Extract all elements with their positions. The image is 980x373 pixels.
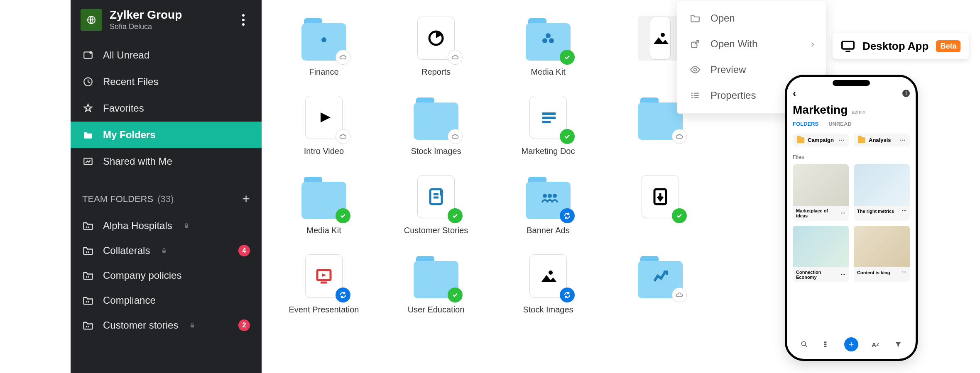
svg-point-23 xyxy=(661,33,665,37)
folder-icon xyxy=(82,129,94,141)
svg-point-13 xyxy=(86,301,88,303)
mobile-file-card[interactable]: The right metrics⋯ xyxy=(854,164,910,221)
folder-item[interactable]: User Education xyxy=(390,254,482,314)
cloud-icon xyxy=(336,129,350,144)
mobile-view-button[interactable] xyxy=(821,339,833,350)
mobile-admin-label: admin xyxy=(852,109,865,115)
mobile-tab[interactable]: FOLDERS xyxy=(793,121,818,127)
context-menu-label: Preview xyxy=(710,64,746,76)
folder-icon xyxy=(689,12,701,24)
svg-point-37 xyxy=(691,95,693,96)
more-icon[interactable]: ⋯ xyxy=(902,208,906,214)
svg-rect-42 xyxy=(824,344,826,345)
thumbnail xyxy=(301,16,346,61)
mobile-sort-button[interactable]: AZ xyxy=(870,339,881,350)
add-team-folder-button[interactable]: + xyxy=(242,191,250,207)
folder-item[interactable]: Banner Ads xyxy=(502,174,594,235)
file-item[interactable]: Stock Images xyxy=(502,254,594,314)
clock-icon xyxy=(82,76,94,88)
team-folder-label: Customer stories xyxy=(103,319,178,331)
mobile-add-button[interactable]: + xyxy=(844,337,858,351)
svg-point-36 xyxy=(691,93,693,94)
mobile-file-label: The right metrics xyxy=(857,209,894,214)
org-name: Zylker Group xyxy=(110,8,228,22)
desktop-app-label: Desktop App xyxy=(862,40,929,53)
file-item[interactable]: Reports xyxy=(390,16,482,77)
folder-item[interactable]: Finance xyxy=(278,16,370,77)
svg-point-33 xyxy=(549,271,553,275)
sidebar-header: Zylker Group Sofia Deluca xyxy=(71,0,262,42)
user-name: Sofia Deluca xyxy=(110,22,228,31)
item-label: Media Kit xyxy=(306,226,341,235)
lock-icon xyxy=(183,222,190,229)
svg-point-38 xyxy=(691,97,693,98)
monitor-icon xyxy=(841,39,855,53)
file-item[interactable]: Event Presentation xyxy=(278,254,370,314)
more-icon[interactable]: ⋯ xyxy=(839,137,845,143)
nav-all-unread[interactable]: All Unread xyxy=(71,42,262,68)
folder-item[interactable] xyxy=(615,254,706,314)
file-item[interactable]: Marketing Doc xyxy=(502,95,594,156)
svg-point-20 xyxy=(542,38,547,43)
mobile-search-button[interactable] xyxy=(799,339,810,350)
folder-glyph xyxy=(301,174,346,219)
folder-glyph xyxy=(526,16,571,61)
svg-rect-39 xyxy=(842,41,854,49)
nav-my-folders[interactable]: My Folders xyxy=(71,122,262,148)
nav-recent-files[interactable]: Recent Files xyxy=(71,68,262,95)
desktop-app-tag[interactable]: Desktop App Beta xyxy=(833,33,969,59)
mobile-folder-card[interactable]: Analysis⋯ xyxy=(854,134,910,146)
info-icon[interactable]: i xyxy=(902,90,910,97)
more-icon[interactable]: ⋯ xyxy=(841,272,845,278)
item-label: Customer Stories xyxy=(404,226,468,235)
thumbnail xyxy=(301,174,346,219)
file-item[interactable] xyxy=(615,174,706,235)
svg-point-9 xyxy=(88,251,89,253)
team-folder-item[interactable]: Alpha Hospitals xyxy=(71,213,262,238)
folder-item[interactable]: Stock Images xyxy=(390,95,482,156)
mobile-file-card[interactable]: Content is king⋯ xyxy=(854,226,910,282)
item-label: Banner Ads xyxy=(527,226,569,235)
thumbnail xyxy=(301,95,346,140)
mobile-file-card[interactable]: Marketplace of ideas⋯ xyxy=(793,164,849,221)
item-label: Stock Images xyxy=(411,146,461,156)
file-item[interactable]: Intro Video xyxy=(278,95,370,156)
mobile-folder-card[interactable]: Campaign⋯ xyxy=(793,134,849,146)
thumbnail xyxy=(414,95,458,140)
team-folder-label: Collaterals xyxy=(103,245,150,256)
file-icon xyxy=(650,17,671,60)
context-menu-item[interactable]: Open With › xyxy=(677,31,826,57)
team-folder-item[interactable]: Compliance xyxy=(71,288,262,313)
nav-shared-with-me[interactable]: Shared with Me xyxy=(71,148,262,175)
mobile-back-button[interactable]: ‹ xyxy=(793,88,796,99)
mobile-folder-label: Analysis xyxy=(869,137,891,143)
more-icon[interactable]: ⋯ xyxy=(900,137,906,143)
mobile-file-card[interactable]: Connection Economy⋯ xyxy=(793,226,849,282)
svg-point-11 xyxy=(86,276,88,278)
thumbnail xyxy=(301,254,346,298)
nav-favorites[interactable]: Favorites xyxy=(71,95,262,122)
more-icon[interactable]: ⋯ xyxy=(841,211,845,216)
svg-point-14 xyxy=(88,301,89,303)
item-label: User Education xyxy=(408,305,465,314)
nav-label: Recent Files xyxy=(103,76,158,88)
folder-item[interactable]: Media Kit xyxy=(502,16,594,77)
svg-rect-43 xyxy=(824,346,826,347)
sidebar-more-button[interactable] xyxy=(235,14,252,26)
sidebar-nav: All Unread Recent Files Favorites My Fol… xyxy=(71,42,262,175)
folder-item[interactable]: Media Kit xyxy=(278,174,370,235)
context-menu-item[interactable]: Open xyxy=(677,5,826,31)
external-icon xyxy=(689,38,701,50)
team-folder-item[interactable]: Customer stories 2 xyxy=(71,313,262,338)
mobile-filter-button[interactable] xyxy=(892,339,904,350)
svg-point-18 xyxy=(321,37,326,42)
team-folder-item[interactable]: Company policies xyxy=(71,263,262,288)
team-folder-item[interactable]: Collaterals 4 xyxy=(71,238,262,263)
mobile-tab[interactable]: UNREAD xyxy=(828,121,852,127)
svg-point-30 xyxy=(553,194,557,198)
mobile-file-label: Connection Economy xyxy=(796,270,841,280)
file-item[interactable]: Customer Stories xyxy=(390,174,482,235)
mobile-folders-row: Campaign⋯Analysis⋯ xyxy=(793,134,910,146)
more-icon[interactable]: ⋯ xyxy=(902,270,906,275)
file-grid: FinanceReports Media KitIntro Video Stoc… xyxy=(278,16,706,314)
